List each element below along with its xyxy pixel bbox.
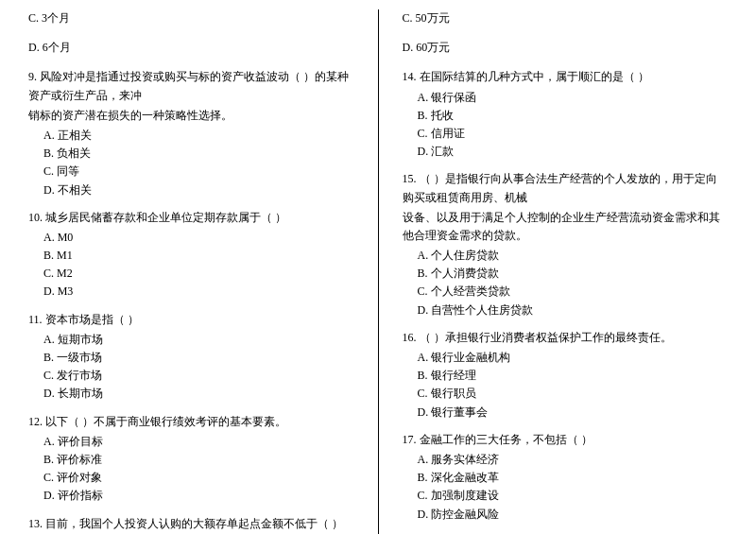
question-text: C. 3个月	[28, 9, 354, 27]
question-text: 13. 目前，我国个人投资人认购的大额存单起点金额不低于（ ）	[28, 515, 354, 533]
question-block-q14: 14. 在国际结算的几种方式中，属于顺汇的是（ ）A. 银行保函B. 托收C. …	[403, 68, 729, 161]
question-block-q17: 17. 金融工作的三大任务，不包括（ ）A. 服务实体经济B. 深化金融改革C.…	[403, 431, 729, 524]
option-q17-0: A. 服务实体经济	[403, 451, 729, 469]
question-text: D. 60万元	[403, 39, 729, 57]
option-q14-0: A. 银行保函	[403, 89, 729, 107]
left-column: C. 3个月D. 6个月9. 风险对冲是指通过投资或购买与标的资产收益波动（ ）…	[28, 9, 354, 534]
question-block-q_c50: C. 50万元	[403, 9, 729, 29]
question-text: 14. 在国际结算的几种方式中，属于顺汇的是（ ）	[403, 68, 729, 86]
question-block-q13: 13. 目前，我国个人投资人认购的大额存单起点金额不低于（ ）A. 20万元B.…	[28, 515, 354, 535]
option-q11-3: D. 长期市场	[28, 385, 354, 403]
question-text: 15. （ ）是指银行向从事合法生产经营的个人发放的，用于定向购买或租赁商用房、…	[403, 170, 729, 206]
question-text: 销标的资产潜在损失的一种策略性选择。	[28, 107, 354, 125]
question-text: D. 6个月	[28, 39, 354, 57]
question-text: 16. （ ）承担银行业消费者权益保护工作的最终责任。	[403, 329, 729, 347]
page-content: C. 3个月D. 6个月9. 风险对冲是指通过投资或购买与标的资产收益波动（ ）…	[28, 9, 728, 534]
question-text: 设备、以及用于满足个人控制的企业生产经营流动资金需求和其他合理资金需求的贷款。	[403, 209, 729, 245]
option-q17-2: C. 加强制度建设	[403, 487, 729, 505]
option-q16-3: D. 银行董事会	[403, 404, 729, 422]
option-q15-1: B. 个人消费贷款	[403, 265, 729, 283]
option-q11-1: B. 一级市场	[28, 349, 354, 367]
option-q14-1: B. 托收	[403, 107, 729, 125]
question-text: 17. 金融工作的三大任务，不包括（ ）	[403, 431, 729, 449]
option-q17-3: D. 防控金融风险	[403, 506, 729, 524]
option-q14-2: C. 信用证	[403, 125, 729, 143]
question-text: 12. 以下（ ）不属于商业银行绩效考评的基本要素。	[28, 413, 354, 431]
option-q9-1: B. 负相关	[28, 145, 354, 163]
question-text: 11. 资本市场是指（ ）	[28, 311, 354, 329]
option-q16-2: C. 银行职员	[403, 385, 729, 403]
option-q10-1: B. M1	[28, 247, 354, 265]
option-q15-3: D. 自营性个人住房贷款	[403, 301, 729, 319]
option-q12-0: A. 评价目标	[28, 433, 354, 451]
question-block-q16: 16. （ ）承担银行业消费者权益保护工作的最终责任。A. 银行业金融机构B. …	[403, 329, 729, 422]
option-q11-2: C. 发行市场	[28, 367, 354, 385]
option-q9-0: A. 正相关	[28, 127, 354, 145]
option-q15-0: A. 个人住房贷款	[403, 247, 729, 265]
question-text: 10. 城乡居民储蓄存款和企业单位定期存款属于（ ）	[28, 209, 354, 227]
question-block-q12: 12. 以下（ ）不属于商业银行绩效考评的基本要素。A. 评价目标B. 评价标准…	[28, 413, 354, 506]
option-q12-2: C. 评价对象	[28, 469, 354, 487]
question-block-q15: 15. （ ）是指银行向从事合法生产经营的个人发放的，用于定向购买或租赁商用房、…	[403, 170, 729, 319]
question-text: C. 50万元	[403, 9, 729, 27]
option-q16-0: A. 银行业金融机构	[403, 349, 729, 367]
option-q9-2: C. 同等	[28, 163, 354, 181]
option-q11-0: A. 短期市场	[28, 331, 354, 349]
option-q14-3: D. 汇款	[403, 143, 729, 161]
question-block-q10: 10. 城乡居民储蓄存款和企业单位定期存款属于（ ）A. M0B. M1C. M…	[28, 209, 354, 301]
option-q10-2: C. M2	[28, 265, 354, 283]
question-text: 9. 风险对冲是指通过投资或购买与标的资产收益波动（ ）的某种资产或衍生产品，来…	[28, 68, 354, 104]
right-column: C. 50万元D. 60万元14. 在国际结算的几种方式中，属于顺汇的是（ ）A…	[403, 9, 729, 534]
option-q16-1: B. 银行经理	[403, 367, 729, 385]
question-block-q9: 9. 风险对冲是指通过投资或购买与标的资产收益波动（ ）的某种资产或衍生产品，来…	[28, 68, 354, 198]
option-q10-0: A. M0	[28, 229, 354, 247]
question-block-q_c3: C. 3个月	[28, 9, 354, 29]
option-q12-1: B. 评价标准	[28, 451, 354, 469]
question-block-q_d60: D. 60万元	[403, 39, 729, 59]
option-q17-1: B. 深化金融改革	[403, 469, 729, 487]
column-divider	[378, 9, 379, 534]
option-q9-3: D. 不相关	[28, 181, 354, 199]
option-q12-3: D. 评价指标	[28, 487, 354, 505]
question-block-q11: 11. 资本市场是指（ ）A. 短期市场B. 一级市场C. 发行市场D. 长期市…	[28, 311, 354, 404]
option-q15-2: C. 个人经营类贷款	[403, 283, 729, 301]
option-q10-3: D. M3	[28, 283, 354, 301]
question-block-q_d6: D. 6个月	[28, 39, 354, 59]
